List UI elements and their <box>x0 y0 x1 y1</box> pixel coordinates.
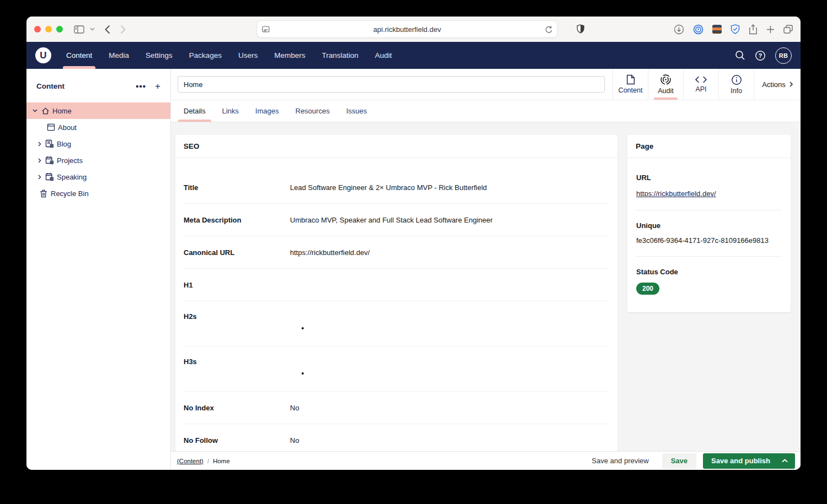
save-and-publish-button[interactable]: Save and publish <box>703 453 795 469</box>
sidebar-header: Content ••• + <box>26 69 170 99</box>
seo-row-label: Canonical URL <box>184 248 290 257</box>
tab-overview-icon[interactable] <box>783 25 793 34</box>
nav-item-users[interactable]: Users <box>230 42 266 69</box>
nav-item-media[interactable]: Media <box>100 42 137 69</box>
address-bar[interactable]: api.rickbutterfield.dev <box>257 21 557 37</box>
tree-item-home[interactable]: Home <box>26 102 170 119</box>
tree-item-recycle-bin[interactable]: Recycle Bin <box>26 185 170 202</box>
name-field-wrap <box>171 69 613 100</box>
chevron-right-icon[interactable] <box>36 175 42 180</box>
breadcrumb-current: Home <box>213 458 230 464</box>
new-tab-icon[interactable] <box>766 25 775 34</box>
breadcrumb-root-link[interactable]: (Content) <box>177 458 203 464</box>
seo-rows: Title Lead Software Engineer & 2× Umbrac… <box>175 158 617 451</box>
svg-text:?: ? <box>759 52 762 58</box>
tree-item-label: Projects <box>57 156 83 165</box>
minimize-window-icon[interactable] <box>45 26 52 32</box>
back-icon[interactable] <box>105 25 110 34</box>
seo-row-label: No Follow <box>184 436 290 445</box>
avatar[interactable]: RB <box>775 47 792 64</box>
tree-item-projects[interactable]: Projects <box>26 152 170 169</box>
seo-row-value: No <box>290 404 299 412</box>
umbraco-top-nav: U Content Media Settings Packages Users … <box>26 42 801 69</box>
calendar-grid-icon <box>45 172 54 181</box>
tree-options-icon[interactable]: ••• <box>136 84 146 89</box>
tree-item-blog[interactable]: Blog <box>26 136 170 152</box>
forward-icon <box>120 25 126 34</box>
tree-item-about[interactable]: About <box>26 119 170 136</box>
tree-item-label: Recycle Bin <box>51 189 89 198</box>
content-tree-sidebar: Content ••• + Home <box>26 69 171 470</box>
adguard-shield-icon[interactable] <box>731 24 740 34</box>
workspace: Content ••• + Home <box>26 69 801 470</box>
seo-row-label: No Index <box>184 404 290 412</box>
app-tab-content[interactable]: Content <box>613 69 648 100</box>
nav-item-settings[interactable]: Settings <box>137 42 181 69</box>
seo-row-label: Meta Description <box>184 216 290 224</box>
seo-row-meta-description: Meta Description Umbraco MVP, Speaker an… <box>184 204 609 236</box>
content-tree: Home About Blog <box>26 102 170 202</box>
url-label: URL <box>636 174 782 182</box>
tree-item-speaking[interactable]: Speaking <box>26 169 170 185</box>
actions-button[interactable]: Actions <box>754 69 801 100</box>
tab-details[interactable]: Details <box>175 100 214 122</box>
editor-content: SEO Title Lead Software Engineer & 2× Um… <box>171 122 801 451</box>
app-tab-info[interactable]: Info <box>719 69 754 100</box>
content-app-buttons: Content Audit API Info Ac <box>613 69 801 100</box>
tab-resources[interactable]: Resources <box>287 100 338 122</box>
code-brackets-icon <box>695 75 707 84</box>
onepassword-icon[interactable] <box>693 24 704 35</box>
sidebar-toggle-icon[interactable] <box>74 25 84 34</box>
extension-mascot-icon[interactable] <box>712 25 722 34</box>
app-tab-label: API <box>695 85 706 93</box>
zoom-window-icon[interactable] <box>56 26 63 32</box>
seo-row-canonical-url: Canonical URL https://rickbutterfield.de… <box>184 236 609 269</box>
nav-item-translation[interactable]: Translation <box>314 42 367 69</box>
app-tab-audit[interactable]: Audit <box>648 69 684 100</box>
search-icon[interactable] <box>735 50 745 61</box>
save-button[interactable]: Save <box>662 453 696 469</box>
traffic-lights <box>34 26 63 32</box>
seo-row-h2s: H2s <box>184 301 609 346</box>
help-icon[interactable]: ? <box>755 50 766 61</box>
empty-list-bullet <box>302 372 304 375</box>
chevron-up-icon[interactable] <box>777 459 795 463</box>
share-icon[interactable] <box>749 24 758 35</box>
breadcrumb: (Content) / Home <box>177 458 230 464</box>
browser-toolbar: api.rickbutterfield.dev <box>26 17 801 42</box>
browser-extensions <box>674 24 793 35</box>
node-name-input[interactable] <box>178 76 605 93</box>
tree-item-label: About <box>58 123 77 132</box>
seo-row-value: No <box>290 436 299 445</box>
unique-value: fe3c06f6-9364-4171-927c-8109166e9813 <box>636 236 782 245</box>
tree-item-label: Speaking <box>57 173 87 181</box>
reader-icon[interactable] <box>262 26 270 33</box>
seo-row-label: Title <box>184 183 290 192</box>
page-window-icon <box>46 123 55 131</box>
close-window-icon[interactable] <box>34 26 41 32</box>
tab-issues[interactable]: Issues <box>338 100 375 122</box>
chevron-down-icon[interactable] <box>32 109 38 112</box>
tree-add-icon[interactable]: + <box>155 83 160 90</box>
reload-icon[interactable] <box>545 25 552 34</box>
chevron-right-icon[interactable] <box>36 158 42 163</box>
page-url-link[interactable]: https://rickbutterfield.dev/ <box>636 189 716 198</box>
divider <box>636 256 782 257</box>
umbraco-logo[interactable]: U <box>35 47 51 63</box>
tab-images[interactable]: Images <box>247 100 287 122</box>
nav-item-audit[interactable]: Audit <box>367 42 400 69</box>
save-and-preview-button[interactable]: Save and preview <box>585 454 655 468</box>
chevron-right-icon[interactable] <box>36 142 42 147</box>
privacy-report-icon[interactable] <box>577 24 584 34</box>
tab-links[interactable]: Links <box>214 100 247 122</box>
nav-item-members[interactable]: Members <box>266 42 313 69</box>
home-icon <box>41 107 50 115</box>
tree-item-label: Blog <box>57 140 71 148</box>
downloads-icon[interactable] <box>674 24 684 35</box>
nav-item-packages[interactable]: Packages <box>181 42 230 69</box>
seo-row-value: Umbraco MVP, Speaker and Full Stack Lead… <box>290 216 493 224</box>
app-tab-api[interactable]: API <box>684 69 719 100</box>
chevron-right-icon <box>790 82 793 87</box>
chevron-down-icon[interactable] <box>90 28 95 31</box>
nav-item-content[interactable]: Content <box>58 42 100 69</box>
